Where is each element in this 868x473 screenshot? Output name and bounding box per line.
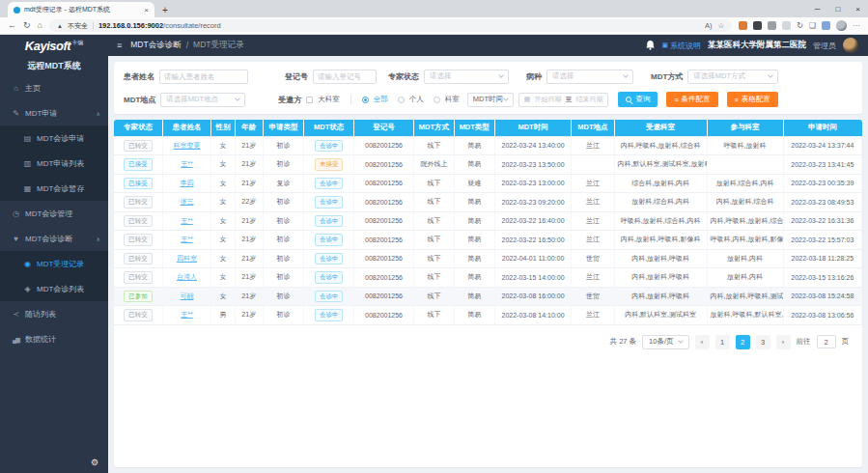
radio-all-label[interactable]: 全部 — [374, 95, 388, 104]
extension-icon-2[interactable] — [753, 21, 762, 30]
sidebar-item-consult-diagnose[interactable]: ♥ MDT会诊诊断 ∧ — [0, 226, 108, 251]
page-button-2[interactable]: 2 — [736, 335, 750, 349]
mdt-status-tag: 会诊中 — [315, 309, 344, 321]
sidebar-item-consult-list[interactable]: ◈ MDT会诊列表 — [0, 276, 108, 301]
cell-mdt-type: 简易 — [454, 306, 494, 325]
chevron-down-icon — [503, 96, 509, 101]
expert-status-select[interactable]: 请选择 — [424, 70, 509, 84]
cell-expert-status: 已转交 — [114, 211, 162, 231]
disease-select[interactable]: 请选择 — [546, 70, 633, 84]
cell-mdt-time: 2022-03-08 14:10:00 — [494, 306, 572, 325]
patient-name-link[interactable]: 王** — [181, 236, 192, 242]
sidebar-item-consult-draft[interactable]: ▦ MDT会诊暂存 — [0, 176, 108, 201]
radio-dept[interactable] — [434, 97, 440, 103]
sidebar-item-followup-list[interactable]: ≺ 随访列表 — [0, 301, 108, 326]
prev-page-button[interactable]: ‹ — [695, 335, 710, 349]
condition-config-button[interactable]: ≡ 条件配置 — [666, 92, 717, 107]
sidebar-item-consult-manage[interactable]: ◷ MDT会诊管理 — [0, 201, 108, 226]
breadcrumb-separator: / — [186, 41, 188, 50]
window-controls: ─ □ × — [807, 0, 868, 17]
window-close-icon[interactable]: × — [848, 5, 868, 14]
sidebar-item-accept-record[interactable]: ◉ MDT受理记录 — [0, 251, 108, 276]
page-button-3[interactable]: 3 — [756, 335, 770, 349]
system-help-link[interactable]: ▣ 系统说明 — [661, 41, 701, 51]
home-nav-icon[interactable]: ⌂ — [38, 21, 42, 30]
more-menu-icon[interactable]: ··· — [853, 22, 860, 30]
radio-dept-label[interactable]: 科室 — [445, 95, 460, 104]
register-no-input[interactable] — [313, 70, 377, 84]
patient-name-link[interactable]: 四科室 — [177, 255, 197, 262]
mdt-status-tag: 会诊中 — [315, 196, 344, 209]
cell-age: 21岁 — [235, 287, 263, 306]
browser-profile-avatar[interactable] — [836, 20, 847, 31]
window-maximize-icon[interactable]: □ — [827, 5, 848, 14]
cell-age: 22岁 — [235, 193, 263, 212]
split-screen-icon[interactable]: ❏ — [809, 22, 816, 30]
radio-all[interactable] — [362, 97, 369, 103]
cell-mdt-type: 简易 — [454, 231, 494, 250]
extension-icon-3[interactable] — [768, 21, 776, 30]
big-dept-checkbox[interactable] — [306, 97, 313, 103]
bell-icon[interactable] — [646, 41, 655, 50]
cell-mdt-mode: 线下 — [414, 306, 455, 325]
patient-name-link[interactable]: 科室变更 — [173, 142, 200, 149]
date-range-picker[interactable]: ▦ 开始日期 至 结束日期 — [518, 93, 609, 107]
patient-name-link[interactable]: 台湾人 — [177, 273, 197, 280]
refresh-icon[interactable]: ↻ — [23, 21, 31, 30]
address-bar[interactable]: ▲ 不安全 192.168.0.156:9002/consultate/reco… — [49, 19, 732, 32]
table-header: 专家状态 患者姓名 性别 年龄 申请类型 MDT状态 登记号 MDT方式 MDT… — [114, 120, 862, 136]
cell-patient-name: 王** — [162, 231, 210, 250]
mdt-time-select[interactable]: MDT时间 — [467, 93, 514, 107]
sync-icon[interactable]: ↻ — [797, 22, 803, 30]
window-minimize-icon[interactable]: ─ — [807, 5, 828, 14]
breadcrumb-parent[interactable]: MDT会诊诊断 — [130, 40, 181, 51]
new-tab-button[interactable]: + — [162, 5, 168, 15]
browser-tab[interactable]: mdt受理记录 - 远程MDT系统 × — [8, 2, 154, 17]
mdt-place-select[interactable]: 请选择MDT地点 — [160, 93, 245, 107]
cell-register-no: 0082001256 — [354, 155, 414, 175]
cell-expert-status: 已转交 — [114, 231, 162, 250]
patient-name-link[interactable]: 王** — [181, 311, 192, 318]
search-icon — [626, 97, 632, 103]
tab-close-icon[interactable]: × — [144, 6, 149, 14]
cell-expert-status: 已转交 — [114, 136, 162, 155]
goto-page-input[interactable] — [817, 335, 836, 348]
table-config-button[interactable]: ≡ 表格配置 — [727, 92, 778, 107]
next-page-button[interactable]: › — [776, 335, 791, 349]
extension-icon-4[interactable] — [782, 21, 791, 30]
extension-icon-5[interactable] — [822, 21, 830, 30]
user-avatar[interactable] — [843, 38, 858, 53]
patient-name-link[interactable]: 李四 — [180, 180, 193, 186]
cell-mdt-mode: 线下 — [414, 231, 455, 250]
mdt-status-tag: 会诊中 — [315, 140, 344, 153]
big-dept-label[interactable]: 大科室 — [318, 95, 340, 104]
cell-joined-depts: 呼吸科,放射科 — [707, 136, 783, 155]
cell-expert-status: 已接受 — [114, 174, 162, 193]
sidebar-item-apply-list[interactable]: ▥ MDT申请列表 — [0, 151, 108, 176]
sidebar-item-home[interactable]: ⌂ 主页 — [0, 75, 108, 100]
extension-icon-1[interactable] — [739, 21, 747, 30]
hospital-name: 某某医科大学附属第二医院 — [708, 40, 806, 51]
cell-invited-depts: 内科,默认科室,测试科室,放射科 — [614, 155, 707, 175]
patient-name-input[interactable] — [159, 70, 248, 84]
gear-icon[interactable]: ⚙ — [91, 458, 98, 467]
back-icon[interactable]: ← — [8, 21, 16, 30]
cell-apply-time: 2022-03-18 11:28:25 — [783, 249, 861, 268]
sidebar-item-mdt-apply[interactable]: ✎ MDT申请 ∧ — [0, 100, 108, 125]
favorite-star-icon[interactable]: ☆ — [717, 21, 724, 30]
page-size-select[interactable]: 10条/页 — [642, 335, 688, 349]
radio-personal-label[interactable]: 个人 — [409, 95, 424, 104]
patient-name-link[interactable]: 可靓 — [180, 292, 193, 299]
mdt-mode-label: MDT方式 — [651, 71, 683, 82]
radio-personal[interactable] — [398, 97, 405, 103]
sidebar-item-statistics[interactable]: ▄▆ 数据统计 — [0, 326, 108, 351]
search-button[interactable]: 查询 — [618, 92, 658, 107]
patient-name-link[interactable]: 张三 — [180, 198, 193, 205]
mdt-mode-select[interactable]: 请选择MDT方式 — [687, 70, 778, 84]
patient-name-link[interactable]: 王** — [181, 217, 192, 224]
read-aloud-icon[interactable]: A) — [705, 21, 713, 30]
patient-name-link[interactable]: 王** — [181, 160, 192, 167]
page-button-1[interactable]: 1 — [715, 335, 730, 349]
sidebar-item-consult-apply[interactable]: ▤ MDT会诊申请 — [0, 125, 108, 151]
collapse-sidebar-icon[interactable]: ≡ — [117, 41, 122, 50]
